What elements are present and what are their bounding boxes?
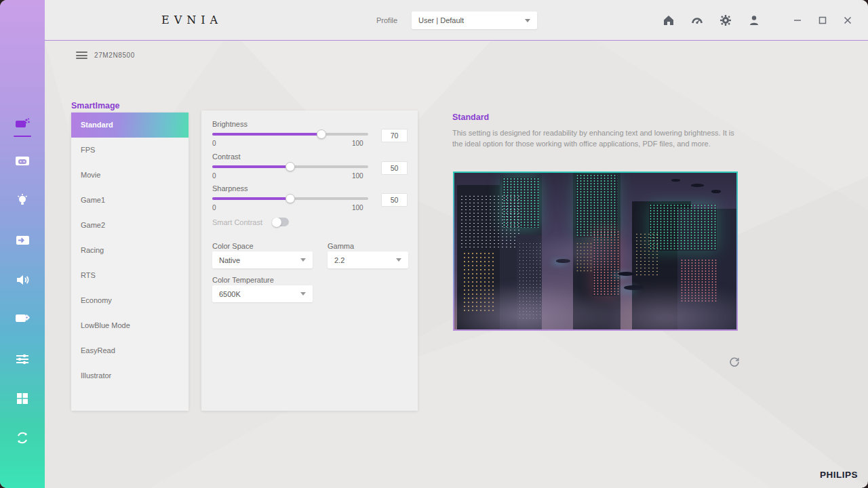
sharpness-label: Sharpness xyxy=(212,184,248,192)
game-mode-icon xyxy=(14,153,31,169)
philips-logo: PHILIPS xyxy=(820,470,858,480)
color-space-value: Native xyxy=(219,256,240,264)
minimize-button[interactable] xyxy=(792,15,803,26)
refresh-preview-button[interactable] xyxy=(728,356,741,368)
brightness-slider[interactable] xyxy=(212,133,368,136)
contrast-label: Contrast xyxy=(212,152,241,161)
color-temperature-value: 6500K xyxy=(219,290,241,298)
gamma-value: 2.2 xyxy=(334,256,344,264)
hamburger-icon xyxy=(76,52,87,59)
close-button[interactable] xyxy=(842,15,853,26)
smartimage-mode-list: Standard FPS Movie Game1 Game2 Racing RT… xyxy=(71,113,189,411)
home-icon xyxy=(663,14,675,26)
dashboard-button[interactable] xyxy=(690,14,704,27)
brightness-value-input[interactable] xyxy=(381,129,408,142)
mode-item-economy[interactable]: Economy xyxy=(71,288,189,313)
mode-item-lowblue[interactable]: LowBlue Mode xyxy=(71,313,189,338)
sidebar-item-input-source[interactable] xyxy=(13,231,32,250)
mode-item-game1[interactable]: Game1 xyxy=(71,188,189,213)
gear-icon xyxy=(719,14,732,26)
contrast-slider-fill xyxy=(212,165,290,168)
main-content: 27M2N8500 SmartImage Standard FPS Movie … xyxy=(45,41,868,488)
sidebar-item-audio[interactable] xyxy=(13,270,32,289)
sharpness-slider-thumb[interactable] xyxy=(285,194,295,203)
profile-value: User | Default xyxy=(418,16,464,24)
sidebar-item-adjustments[interactable] xyxy=(13,350,32,369)
dashboard-icon xyxy=(691,14,703,26)
smart-contrast-row: Smart Contrast xyxy=(212,218,289,226)
toggle-knob xyxy=(272,218,281,227)
app-window: EVNIA Profile User | Default xyxy=(0,0,868,488)
brightness-min: 0 xyxy=(212,140,216,147)
sharpness-value-input[interactable] xyxy=(381,193,408,207)
color-space-select[interactable]: Native xyxy=(212,251,313,268)
smartimage-icon xyxy=(14,116,31,132)
brightness-slider-thumb[interactable] xyxy=(317,129,326,139)
input-source-icon xyxy=(14,232,31,249)
color-temperature-select[interactable]: 6500K xyxy=(212,285,313,302)
monitor-name: 27M2N8500 xyxy=(94,52,135,59)
color-space-label: Color Space xyxy=(212,242,254,250)
sidebar-active-indicator xyxy=(14,136,31,137)
user-button[interactable] xyxy=(747,14,761,27)
close-icon xyxy=(843,16,852,25)
sharpness-slider[interactable] xyxy=(212,197,368,200)
maximize-icon xyxy=(818,16,827,25)
sidebar-item-layout[interactable] xyxy=(13,389,32,408)
mode-item-fps[interactable]: FPS xyxy=(71,138,189,163)
lightbulb-icon xyxy=(14,192,31,208)
sliders-icon xyxy=(14,351,31,367)
contrast-slider[interactable] xyxy=(212,165,368,168)
header: EVNIA Profile User | Default xyxy=(45,0,868,41)
smart-contrast-label: Smart Contrast xyxy=(212,218,262,226)
chevron-down-icon xyxy=(300,258,306,262)
mode-item-racing[interactable]: Racing xyxy=(71,238,189,263)
home-button[interactable] xyxy=(662,14,675,27)
sidebar-item-lighting[interactable] xyxy=(13,190,32,209)
sidebar-item-system-settings[interactable] xyxy=(13,309,32,328)
sync-icon xyxy=(14,430,31,446)
brightness-label: Brightness xyxy=(212,120,248,128)
chevron-down-icon xyxy=(525,19,530,22)
smart-contrast-toggle[interactable] xyxy=(272,218,289,226)
speaker-icon xyxy=(14,272,31,288)
mode-item-illustrator[interactable]: Illustrator xyxy=(71,363,189,388)
mode-item-standard[interactable]: Standard xyxy=(71,113,189,138)
smartimage-title: SmartImage xyxy=(71,101,120,110)
mode-item-game2[interactable]: Game2 xyxy=(71,213,189,238)
header-icons xyxy=(662,0,776,41)
brightness-slider-fill xyxy=(212,133,321,136)
sharpness-slider-fill xyxy=(212,197,290,200)
mode-preview-image xyxy=(453,171,738,331)
sidebar-item-sync[interactable] xyxy=(13,428,32,447)
gamma-select[interactable]: 2.2 xyxy=(328,251,408,268)
maximize-button[interactable] xyxy=(817,15,828,26)
contrast-slider-thumb[interactable] xyxy=(285,162,295,171)
profile-select[interactable]: User | Default xyxy=(412,12,537,29)
cityscape-illustration xyxy=(454,173,736,329)
mode-item-easyread[interactable]: EasyRead xyxy=(71,338,189,363)
evnia-logo: EVNIA xyxy=(161,0,222,41)
sharpness-max: 100 xyxy=(352,204,363,211)
chevron-down-icon xyxy=(396,258,401,262)
color-temperature-label: Color Temperature xyxy=(212,276,274,284)
layout-grid-icon xyxy=(14,390,31,407)
sidebar-item-smartimage[interactable] xyxy=(13,115,32,134)
sharpness-min: 0 xyxy=(212,204,216,211)
gamma-label: Gamma xyxy=(328,242,354,250)
mode-item-movie[interactable]: Movie xyxy=(71,163,189,188)
mode-item-rts[interactable]: RTS xyxy=(71,263,189,288)
mode-detail-description: This setting is designed for readability… xyxy=(452,128,738,150)
user-icon xyxy=(748,14,760,26)
monitor-gear-icon xyxy=(14,310,31,327)
settings-button[interactable] xyxy=(719,14,732,27)
profile-label: Profile xyxy=(376,16,397,24)
contrast-min: 0 xyxy=(212,172,216,180)
window-controls xyxy=(792,0,867,41)
contrast-value-input[interactable] xyxy=(381,161,408,175)
sidebar xyxy=(0,0,45,488)
refresh-icon xyxy=(728,356,741,368)
settings-panel: Brightness 0 100 Contrast 0 100 Sharpnes… xyxy=(201,110,418,411)
monitor-menu[interactable]: 27M2N8500 xyxy=(76,52,135,59)
sidebar-item-game-mode[interactable] xyxy=(13,152,32,171)
